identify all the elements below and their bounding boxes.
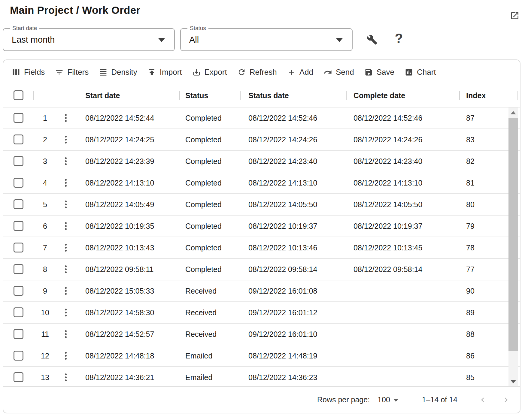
cell-status-date: 09/12/2022 16:01:12: [248, 302, 317, 323]
row-menu-button[interactable]: [62, 243, 70, 253]
row-menu-button[interactable]: [62, 351, 70, 361]
select-all-checkbox[interactable]: [14, 90, 23, 100]
table-row[interactable]: 7 08/12/2022 10:13:43 Completed 08/12/20…: [3, 237, 520, 259]
cell-status-date: 08/12/2022 14:23:40: [248, 151, 317, 172]
row-checkbox[interactable]: [14, 243, 23, 252]
import-button[interactable]: Import: [147, 68, 182, 77]
column-header-complete-date[interactable]: Complete date: [354, 84, 405, 107]
row-checkbox[interactable]: [14, 372, 23, 382]
send-button[interactable]: Send: [323, 68, 354, 77]
cell-index: 81: [466, 172, 475, 193]
triangle-up-icon: [511, 111, 516, 114]
add-button[interactable]: Add: [287, 68, 313, 77]
refresh-button[interactable]: Refresh: [237, 68, 277, 77]
row-checkbox[interactable]: [14, 286, 23, 296]
cell-start-date: 08/12/2022 14:58:30: [85, 302, 154, 323]
row-menu-button[interactable]: [62, 199, 70, 210]
row-checkbox[interactable]: [14, 199, 23, 209]
dropdown-arrow-icon: [393, 399, 399, 402]
row-number: 12: [34, 345, 56, 366]
column-header-index[interactable]: Index: [466, 84, 486, 107]
table-row[interactable]: 11 08/12/2022 14:52:57 Received 09/12/20…: [3, 324, 520, 345]
wrench-icon: [367, 34, 378, 45]
status-select[interactable]: Status All: [180, 28, 353, 51]
cell-complete-date: 08/12/2022 14:24:26: [354, 129, 422, 150]
open-in-new-button[interactable]: [508, 9, 521, 22]
cell-start-date: 08/12/2022 14:05:49: [85, 194, 154, 215]
chart-label: Chart: [417, 68, 436, 77]
table-row[interactable]: 12 08/12/2022 14:48:18 Emailed 08/12/202…: [3, 345, 520, 367]
row-checkbox[interactable]: [14, 134, 23, 144]
density-button[interactable]: Density: [99, 68, 137, 77]
table-row[interactable]: 8 08/12/2022 09:58:11 Completed 08/12/20…: [3, 259, 520, 280]
row-checkbox[interactable]: [14, 221, 23, 231]
cell-status-date: 08/12/2022 14:52:46: [248, 107, 317, 128]
plus-icon: [287, 68, 296, 77]
row-checkbox[interactable]: [14, 351, 23, 361]
table-row[interactable]: 3 08/12/2022 14:23:39 Completed 08/12/20…: [3, 151, 520, 172]
next-page-button[interactable]: [499, 393, 513, 406]
row-checkbox[interactable]: [14, 307, 23, 317]
column-separator: [33, 91, 34, 100]
row-menu-button[interactable]: [62, 307, 70, 318]
table-row[interactable]: 13 08/12/2022 14:36:21 Emailed 08/12/202…: [3, 367, 520, 387]
scroll-down-button[interactable]: [508, 376, 518, 387]
start-date-select[interactable]: Start date Last month: [3, 28, 175, 51]
row-number: 7: [34, 237, 56, 258]
column-header-start-date[interactable]: Start date: [85, 84, 120, 107]
row-number: 1: [34, 107, 56, 128]
cell-complete-date: 08/12/2022 14:05:50: [354, 194, 422, 215]
table-row[interactable]: 2 08/12/2022 14:24:25 Completed 08/12/20…: [3, 129, 520, 151]
refresh-label: Refresh: [250, 68, 277, 77]
chart-button[interactable]: Chart: [405, 68, 436, 77]
fields-button[interactable]: Fields: [12, 68, 45, 77]
row-menu-button[interactable]: [62, 178, 70, 188]
save-button[interactable]: Save: [364, 68, 394, 77]
column-separator: [240, 91, 241, 100]
row-menu-button[interactable]: [62, 372, 70, 382]
row-number: 2: [34, 129, 56, 150]
settings-button[interactable]: [364, 32, 380, 47]
download-icon: [192, 68, 201, 77]
row-menu-button[interactable]: [62, 221, 70, 231]
filters-button[interactable]: Filters: [55, 68, 89, 77]
row-menu-button[interactable]: [62, 113, 70, 123]
row-menu-button[interactable]: [62, 134, 70, 145]
column-header-status-date[interactable]: Status date: [248, 84, 289, 107]
help-button[interactable]: ?: [391, 31, 407, 46]
row-checkbox[interactable]: [14, 264, 23, 274]
table-row[interactable]: 1 08/12/2022 14:52:44 Completed 08/12/20…: [3, 107, 520, 129]
cell-index: 78: [466, 237, 475, 258]
vertical-scrollbar[interactable]: [508, 107, 518, 387]
row-checkbox[interactable]: [14, 113, 23, 123]
row-number: 13: [34, 367, 56, 387]
previous-page-button[interactable]: [476, 393, 489, 406]
cell-status: Completed: [185, 194, 222, 215]
row-menu-button[interactable]: [62, 264, 70, 274]
row-menu-button[interactable]: [62, 156, 70, 166]
export-button[interactable]: Export: [192, 68, 227, 77]
table-row[interactable]: 10 08/12/2022 14:58:30 Received 09/12/20…: [3, 302, 520, 324]
rows-per-page-select[interactable]: 100: [378, 395, 399, 404]
table-row[interactable]: 9 08/12/2022 15:05:33 Received 09/12/202…: [3, 280, 520, 302]
table-row[interactable]: 5 08/12/2022 14:05:49 Completed 08/12/20…: [3, 194, 520, 216]
row-menu-button[interactable]: [62, 329, 70, 339]
row-menu-button[interactable]: [62, 286, 70, 296]
cell-status-date: 08/12/2022 14:05:50: [248, 194, 317, 215]
export-label: Export: [205, 68, 227, 77]
row-checkbox[interactable]: [14, 329, 23, 339]
column-header-status[interactable]: Status: [185, 84, 208, 107]
scrollbar-thumb[interactable]: [508, 118, 518, 351]
start-date-label: Start date: [10, 25, 39, 32]
cell-start-date: 08/12/2022 14:23:39: [85, 151, 154, 172]
scroll-up-button[interactable]: [508, 107, 518, 118]
row-number: 5: [34, 194, 56, 215]
cell-start-date: 08/12/2022 14:36:21: [85, 367, 154, 387]
table-row[interactable]: 6 08/12/2022 10:19:35 Completed 08/12/20…: [3, 216, 520, 237]
row-checkbox[interactable]: [14, 156, 23, 166]
table-row[interactable]: 4 08/12/2022 14:13:10 Completed 08/12/20…: [3, 172, 520, 194]
save-label: Save: [377, 68, 394, 77]
grid-footer: Rows per page: 100 1–14 of 14: [3, 386, 520, 413]
row-number: 10: [34, 302, 56, 323]
row-checkbox[interactable]: [14, 178, 23, 188]
